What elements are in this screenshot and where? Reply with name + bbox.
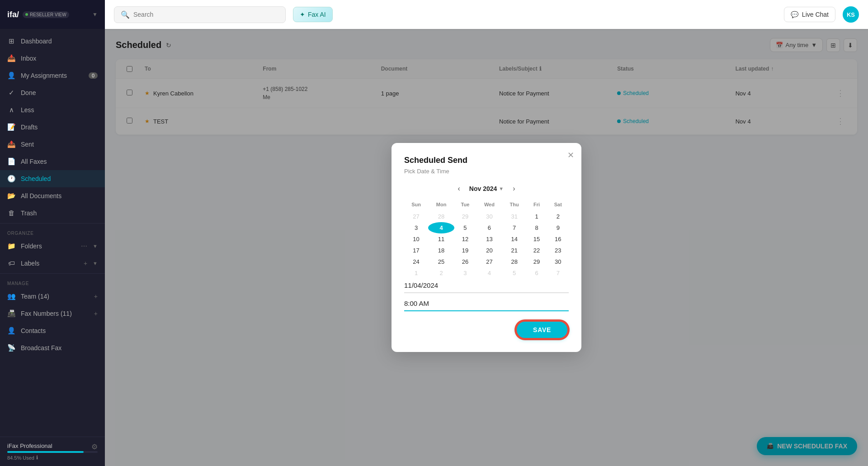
- cal-day[interactable]: 28: [428, 211, 454, 222]
- sidebar-item-sent[interactable]: 📤 Sent: [0, 136, 105, 153]
- calendar-month-chevron-icon[interactable]: ▼: [499, 186, 504, 191]
- cal-day[interactable]: 30: [547, 256, 569, 267]
- cal-day[interactable]: 24: [404, 256, 428, 267]
- sidebar-item-done[interactable]: ✓ Done: [0, 84, 105, 101]
- cal-day[interactable]: 22: [526, 245, 547, 256]
- sidebar-item-folders[interactable]: 📁 Folders ⋯ ▼: [0, 238, 105, 255]
- sidebar-item-dashboard[interactable]: ⊞ Dashboard: [0, 33, 105, 50]
- usage-progress-bg: [7, 451, 98, 453]
- cal-day[interactable]: 17: [404, 245, 428, 256]
- reseller-label: RESELLER VIEW: [30, 12, 66, 17]
- modal-subtitle: Pick Date & Time: [404, 168, 569, 175]
- cal-day[interactable]: 11: [428, 233, 454, 245]
- cal-day[interactable]: 7: [547, 267, 569, 279]
- sidebar-item-contacts[interactable]: 👤 Contacts: [0, 322, 105, 339]
- cal-day[interactable]: 2: [547, 211, 569, 222]
- cal-day[interactable]: 6: [526, 267, 547, 279]
- time-input[interactable]: [404, 300, 569, 307]
- cal-day[interactable]: 13: [476, 233, 503, 245]
- fax-numbers-add-icon[interactable]: +: [94, 310, 98, 317]
- cal-day[interactable]: 10: [404, 233, 428, 245]
- folders-chevron-icon[interactable]: ▼: [93, 243, 98, 249]
- cal-day-today[interactable]: 4: [428, 222, 454, 233]
- cal-day[interactable]: 27: [404, 211, 428, 222]
- sidebar-item-labels[interactable]: 🏷 Labels + ▼: [0, 255, 105, 271]
- cal-day[interactable]: 28: [503, 256, 526, 267]
- search-box[interactable]: 🔍: [114, 6, 286, 23]
- settings-gear-icon[interactable]: ⚙: [91, 442, 98, 451]
- sidebar-item-fax-numbers[interactable]: 📠 Fax Numbers (11) +: [0, 305, 105, 322]
- cal-day[interactable]: 29: [526, 256, 547, 267]
- cal-day[interactable]: 15: [526, 233, 547, 245]
- cal-day[interactable]: 30: [476, 211, 503, 222]
- team-add-icon[interactable]: +: [94, 293, 98, 300]
- cal-day[interactable]: 6: [476, 222, 503, 233]
- cal-day[interactable]: 12: [454, 233, 476, 245]
- time-input-wrap: [404, 297, 569, 311]
- cal-day[interactable]: 18: [428, 245, 454, 256]
- calendar-prev-button[interactable]: ‹: [454, 183, 463, 195]
- modal-overlay: ✕ Scheduled Send Pick Date & Time ‹ Nov …: [105, 29, 868, 466]
- cal-day[interactable]: 8: [526, 222, 547, 233]
- sidebar-item-trash[interactable]: 🗑 Trash: [0, 204, 105, 221]
- modal-close-button[interactable]: ✕: [567, 150, 574, 160]
- sidebar-item-less[interactable]: ∧ Less: [0, 101, 105, 119]
- cal-day[interactable]: 21: [503, 245, 526, 256]
- cal-day[interactable]: 5: [503, 267, 526, 279]
- fax-numbers-icon: 📠: [7, 309, 15, 318]
- cal-header-tue: Tue: [454, 200, 476, 211]
- sidebar-item-drafts[interactable]: 📝 Drafts: [0, 119, 105, 136]
- cal-header-sun: Sun: [404, 200, 428, 211]
- dashboard-icon: ⊞: [7, 37, 15, 45]
- cal-day[interactable]: 23: [547, 245, 569, 256]
- inbox-icon: 📥: [7, 54, 15, 62]
- sidebar-item-my-assignments[interactable]: 👤 My Assignments 0: [0, 67, 105, 84]
- fax-ai-button[interactable]: ✦ Fax AI: [293, 7, 333, 22]
- sidebar-item-all-documents[interactable]: 📂 All Documents: [0, 187, 105, 204]
- usage-info-icon[interactable]: ℹ: [36, 455, 38, 461]
- cal-day[interactable]: 20: [476, 245, 503, 256]
- sidebar-item-broadcast-fax[interactable]: 📡 Broadcast Fax: [0, 339, 105, 357]
- sidebar-item-all-faxes[interactable]: 📄 All Faxes: [0, 153, 105, 170]
- all-faxes-icon: 📄: [7, 157, 15, 166]
- cal-day[interactable]: 2: [428, 267, 454, 279]
- cal-day[interactable]: 27: [476, 256, 503, 267]
- sidebar-item-inbox[interactable]: 📥 Inbox: [0, 50, 105, 67]
- calendar-grid: Sun Mon Tue Wed Thu Fri Sat 27: [404, 200, 569, 279]
- header-right: 💬 Live Chat KS: [784, 6, 859, 23]
- cal-day[interactable]: 14: [503, 233, 526, 245]
- save-button[interactable]: SAVE: [515, 320, 569, 339]
- live-chat-button[interactable]: 💬 Live Chat: [784, 7, 835, 22]
- cal-day[interactable]: 1: [526, 211, 547, 222]
- sidebar-item-label: All Faxes: [21, 158, 47, 165]
- sidebar-item-label: Folders: [21, 243, 42, 250]
- cal-day[interactable]: 5: [454, 222, 476, 233]
- cal-day[interactable]: 7: [503, 222, 526, 233]
- cal-day[interactable]: 16: [547, 233, 569, 245]
- folders-options-icon[interactable]: ⋯: [81, 243, 87, 250]
- cal-day[interactable]: 31: [503, 211, 526, 222]
- cal-day[interactable]: 3: [454, 267, 476, 279]
- cal-header-wed: Wed: [476, 200, 503, 211]
- cal-day[interactable]: 19: [454, 245, 476, 256]
- cal-day[interactable]: 25: [428, 256, 454, 267]
- plan-usage: 84.5% Used ℹ: [7, 455, 98, 461]
- sidebar-bottom: iFax Professional ⚙ 84.5% Used ℹ: [0, 437, 105, 466]
- search-input[interactable]: [133, 11, 279, 18]
- cal-day[interactable]: 1: [404, 267, 428, 279]
- date-input[interactable]: [404, 281, 569, 289]
- sidebar-item-scheduled[interactable]: 🕐 Scheduled: [0, 170, 105, 187]
- calendar-header: ‹ Nov 2024 ▼ ›: [404, 183, 569, 195]
- calendar-next-button[interactable]: ›: [509, 183, 519, 195]
- labels-add-icon[interactable]: +: [84, 260, 87, 267]
- avatar[interactable]: KS: [843, 6, 859, 23]
- sidebar-chevron-icon[interactable]: ▼: [92, 11, 98, 18]
- cal-day[interactable]: 9: [547, 222, 569, 233]
- cal-day[interactable]: 4: [476, 267, 503, 279]
- labels-chevron-icon[interactable]: ▼: [93, 261, 98, 266]
- sidebar-item-team[interactable]: 👥 Team (14) +: [0, 288, 105, 305]
- cal-day[interactable]: 26: [454, 256, 476, 267]
- cal-day[interactable]: 29: [454, 211, 476, 222]
- cal-day[interactable]: 3: [404, 222, 428, 233]
- sidebar-item-label: Team (14): [21, 293, 49, 300]
